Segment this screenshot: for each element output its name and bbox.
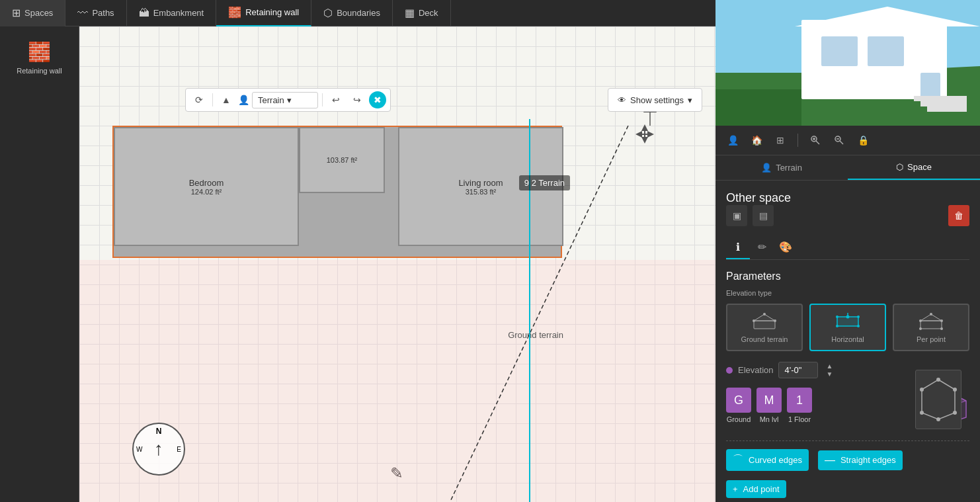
elev-type-ground-terrain[interactable]: Ground terrain [726, 304, 803, 351]
ground-terrain-label: Ground terrain [508, 330, 563, 340]
add-point-button[interactable]: + Add point [726, 480, 786, 498]
sub-tab-style[interactable]: ✏ [750, 235, 774, 259]
retaining-wall-sidebar-icon: 🧱 [28, 41, 51, 63]
straight-edge-icon: — [825, 454, 835, 466]
toolbar: ⟳ ▲ 👤 Terrain ▾ ↩ ↪ ✖ [185, 88, 391, 112]
1-floor-icon: 1 [787, 388, 812, 413]
delete-button[interactable]: 🗑 [948, 205, 969, 226]
svg-point-51 [930, 313, 932, 315]
zoom-in-icon[interactable] [806, 131, 825, 149]
sidebar-item-retaining-wall[interactable]: 🧱 Retaining wall [0, 33, 79, 83]
terrain-numbers-label: 9 2 Terrain [519, 175, 570, 190]
params-title: Parameters [726, 271, 969, 282]
show-settings-button[interactable]: 👁 Show settings ▾ [608, 88, 702, 112]
lock-panel-icon[interactable]: 🔒 [854, 131, 872, 149]
compass: N E W ↑ [132, 423, 185, 476]
canvas-area[interactable]: Bedroom 124.02 ft² 103.87 ft² Living roo… [79, 26, 715, 502]
straight-edges-button[interactable]: — Straight edges [818, 450, 903, 470]
terrain-select[interactable]: Terrain ▾ [252, 92, 318, 108]
svg-rect-19 [715, 86, 801, 126]
deck-icon: ▦ [405, 7, 415, 19]
svg-point-53 [940, 327, 943, 330]
tab-spaces[interactable]: ⊞ Spaces [0, 0, 65, 26]
preview-svg [715, 0, 980, 126]
curved-edges-button[interactable]: ⌒ Curved edges [726, 449, 809, 471]
sub-tabs: ℹ ✏ 🎨 [726, 235, 969, 260]
action-icon-1[interactable]: ▣ [726, 205, 747, 226]
elev-type-horizontal[interactable]: Horizontal [809, 304, 886, 351]
undo-button[interactable]: ↩ [327, 91, 345, 109]
panel-content: Other space ▣ ▤ 🗑 [715, 181, 980, 502]
grid-panel-icon[interactable]: ⊞ [771, 131, 790, 149]
elevation-type-label: Elevation type [726, 289, 969, 297]
spaces-icon: ⊞ [12, 7, 20, 19]
space-tab-icon: ⬡ [896, 162, 903, 172]
refresh-button[interactable]: ⟳ [190, 91, 208, 109]
floor-btn-ground[interactable]: G Ground [726, 388, 751, 423]
redo-button[interactable]: ↪ [348, 91, 366, 109]
divider [726, 440, 969, 441]
person-icon: 👤 [238, 95, 249, 105]
ground-terrain-icon [751, 312, 778, 331]
paths-icon: 〰 [77, 7, 88, 19]
tab-deck[interactable]: ▦ Deck [393, 0, 451, 26]
up-arrow-button[interactable]: ▲ [217, 91, 235, 109]
ground-floor-icon: G [726, 388, 751, 413]
action-row: ▣ ▤ 🗑 [726, 205, 969, 226]
embankment-icon: 🏔 [139, 7, 149, 19]
curved-edge-icon: ⌒ [733, 453, 743, 467]
svg-point-37 [753, 319, 755, 322]
tab-retaining-wall[interactable]: 🧱 Retaining wall [216, 0, 311, 26]
per-point-icon [918, 312, 944, 331]
svg-point-49 [919, 319, 922, 322]
svg-line-22 [816, 141, 819, 144]
panel-tabs: 👤 Terrain ⬡ Space [715, 155, 980, 181]
svg-point-33 [920, 411, 924, 415]
floor-btn-1-floor[interactable]: 1 1 Floor [787, 388, 812, 423]
boundaries-icon: ⬡ [323, 7, 333, 19]
svg-point-30 [953, 388, 957, 392]
svg-rect-20 [715, 73, 801, 89]
svg-point-38 [774, 319, 776, 322]
elevation-up-arrow[interactable]: ▲ [826, 362, 833, 370]
svg-rect-17 [920, 101, 967, 106]
elevation-arrows[interactable]: ▲ ▼ [826, 362, 833, 378]
compass-west: W [136, 446, 142, 453]
clear-button[interactable]: ✖ [369, 91, 386, 108]
tab-paths[interactable]: 〰 Paths [65, 0, 126, 26]
top-navigation: ⊞ Spaces 〰 Paths 🏔 Embankment 🧱 Retainin… [0, 0, 715, 26]
zoom-out-icon[interactable] [830, 131, 848, 149]
svg-rect-48 [920, 321, 942, 329]
sub-tab-info[interactable]: ℹ [726, 235, 750, 259]
floor-btn-mn-lvl[interactable]: M Mn lvl [756, 388, 782, 423]
tab-embankment[interactable]: 🏔 Embankment [127, 0, 217, 26]
svg-rect-13 [821, 36, 858, 66]
room-other: 103.87 ft² [299, 127, 385, 193]
svg-point-50 [940, 319, 943, 322]
action-icon-2[interactable]: ▤ [753, 205, 774, 226]
elevation-value[interactable]: 4'-0" [778, 362, 818, 378]
svg-rect-16 [914, 96, 967, 101]
svg-point-44 [857, 325, 860, 327]
retaining-wall-icon: 🧱 [228, 6, 241, 19]
elevation-dot [726, 367, 733, 374]
elevation-type-row: Ground terrain Horizontal [726, 304, 969, 351]
elev-type-per-point[interactable]: Per point [893, 304, 969, 351]
compass-arrow: ↑ [154, 439, 163, 460]
tab-terrain[interactable]: 👤 Terrain [715, 155, 848, 180]
person-panel-icon[interactable]: 👤 [723, 131, 742, 149]
left-sidebar: 🧱 Retaining wall [0, 26, 79, 502]
compass-east: E [177, 446, 181, 453]
home-panel-icon[interactable]: 🏠 [747, 131, 766, 149]
tab-space[interactable]: ⬡ Space [848, 155, 980, 180]
svg-rect-18 [927, 106, 967, 112]
elevation-down-arrow[interactable]: ▼ [826, 370, 833, 378]
space-shape-preview [915, 370, 961, 429]
section-title: Other space [726, 191, 791, 204]
sub-tab-color[interactable]: 🎨 [774, 235, 797, 259]
add-point-icon: + [733, 484, 738, 494]
svg-point-39 [763, 313, 766, 315]
tab-boundaries[interactable]: ⬡ Boundaries [311, 0, 393, 26]
svg-rect-14 [868, 36, 904, 66]
floor-plan: Bedroom 124.02 ft² 103.87 ft² Living roo… [112, 126, 562, 258]
